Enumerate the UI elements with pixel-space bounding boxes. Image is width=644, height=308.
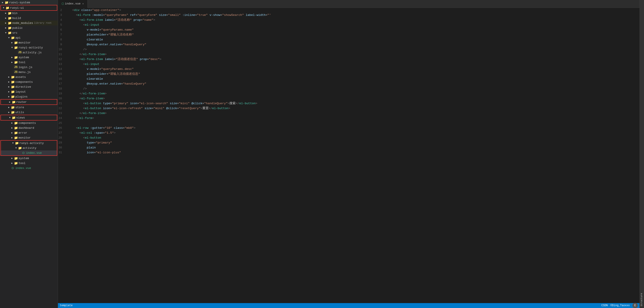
tree-item-error[interactable]: ▶ 📁 error bbox=[0, 130, 58, 135]
arrow-icon: ▶ bbox=[10, 126, 14, 129]
tree-label: activity.js bbox=[22, 51, 42, 54]
folder-icon: 📁 bbox=[11, 106, 15, 109]
arrow-icon: ▼ bbox=[11, 142, 15, 144]
folder-icon: 📁 bbox=[18, 146, 22, 150]
code-line: 29 type="primary" bbox=[58, 140, 640, 145]
arrow-icon: ▼ bbox=[7, 37, 11, 39]
code-line: 17 @keyup.enter.native="handleQuery" bbox=[58, 81, 640, 86]
arrow-icon: ▶ bbox=[8, 101, 12, 103]
folder-icon: 📁 bbox=[11, 85, 15, 89]
folder-icon: 📁 bbox=[14, 121, 18, 125]
arrow-icon: ▶ bbox=[10, 61, 14, 64]
tree-label: public bbox=[12, 26, 23, 30]
tab-label: index.vue bbox=[65, 2, 80, 5]
bottom-label: template bbox=[60, 304, 73, 307]
folder-icon: 📁 bbox=[8, 31, 12, 35]
folder-icon: 📁 bbox=[8, 21, 12, 25]
tree-label: ruoyi-ui bbox=[10, 6, 24, 10]
tree-item-menu-js[interactable]: ▶ JS menu.js bbox=[0, 70, 58, 75]
arrow-icon: ▶ bbox=[10, 157, 14, 160]
tree-item-index-vue[interactable]: ▶ ⬡ index.vue bbox=[1, 150, 57, 155]
tree-item-activity-js[interactable]: ▶ JS activity.js bbox=[0, 50, 58, 55]
tree-item-directive[interactable]: ▶ 📁 directive bbox=[0, 84, 58, 89]
tree-item-dashboard[interactable]: ▶ 📁 dashboard bbox=[0, 125, 58, 130]
tree-item-views[interactable]: ▼ 📁 views bbox=[1, 115, 57, 120]
tree-item-ruoyi-activity[interactable]: ▼ 📁 ruoyi-activity bbox=[0, 45, 58, 50]
tree-item-components[interactable]: ▶ 📁 components bbox=[0, 79, 58, 84]
tree-label: api bbox=[16, 36, 20, 40]
tree-item-system[interactable]: ▶ 📁 system bbox=[0, 55, 58, 60]
folder-icon: 📁 bbox=[11, 110, 15, 114]
tree-item-build[interactable]: ▶ 📁 build bbox=[0, 16, 58, 21]
folder-icon: 📁 bbox=[14, 61, 18, 64]
tree-item-components2[interactable]: ▶ 📁 components bbox=[0, 120, 58, 125]
avatar-icon: E bbox=[632, 303, 638, 308]
folder-icon: 📁 bbox=[14, 41, 18, 45]
tree-item-utils[interactable]: ▶ 📁 utils bbox=[0, 110, 58, 115]
tree-label: login.js bbox=[18, 66, 32, 69]
tree-item-src[interactable]: ▼ 📁 src bbox=[0, 30, 58, 35]
code-line: 5 <el-input bbox=[58, 23, 640, 28]
folder-icon: 📁 bbox=[11, 36, 15, 40]
tree-item-system2[interactable]: ▶ 📁 system bbox=[0, 156, 58, 161]
code-line: 25 bbox=[58, 121, 640, 126]
tree-item-store[interactable]: ▶ 📁 store bbox=[0, 105, 58, 110]
folder-icon: 📁 bbox=[12, 116, 16, 120]
code-line: 16 clearable bbox=[58, 77, 640, 81]
arrow-icon: ▶ bbox=[4, 12, 8, 15]
tree-item-ruoyi-activity2[interactable]: ▼ 📁 ruoyi-activity bbox=[1, 141, 57, 145]
tab-index-vue[interactable]: ⬡ index.vue ✕ bbox=[58, 0, 88, 8]
code-line: 23 </el-form-item> bbox=[58, 111, 640, 116]
tree-item-monitor[interactable]: ▶ 📁 monitor bbox=[0, 40, 58, 45]
tree-item-node-modules[interactable]: ▶ 📁 node_modules library root bbox=[0, 21, 58, 26]
tree-item-api[interactable]: ▼ 📁 api bbox=[0, 35, 58, 40]
tree-label: plugins bbox=[16, 95, 28, 98]
code-line: 6 v-model="queryParams.name" bbox=[58, 28, 640, 32]
tree-item-ruoyi-ui[interactable]: ▼ 📁 ruoyi-ui bbox=[1, 5, 57, 10]
tree-item-assets[interactable]: ▶ 📁 assets bbox=[0, 75, 58, 79]
tree-label: monitor bbox=[18, 41, 31, 44]
tree-item-monitor2[interactable]: ▶ 📁 monitor bbox=[0, 135, 58, 140]
arrow-icon: ▼ bbox=[8, 116, 12, 119]
code-line: 15 placeholder="请输入活动描述信息" bbox=[58, 72, 640, 77]
arrow-icon: ▶ bbox=[10, 131, 14, 134]
arrow-icon: ▶ bbox=[4, 17, 8, 20]
library-root-label: library root bbox=[34, 22, 52, 24]
tree-label: utils bbox=[16, 111, 24, 114]
tree-item-tool[interactable]: ▶ 📁 tool bbox=[0, 60, 58, 65]
status-bar: template CSDN ©Ding_Taoxxx E bbox=[58, 303, 640, 308]
code-line: 14 v-model="queryParams.desc" bbox=[58, 67, 640, 72]
tree-item-layout[interactable]: ▶ 📁 layout bbox=[0, 89, 58, 94]
tree-item-tool2[interactable]: ▶ 📁 tool bbox=[0, 161, 58, 166]
tree-item-router[interactable]: ▶ 📁 router bbox=[1, 100, 57, 104]
tree-item-plugins[interactable]: ▶ 📁 plugins bbox=[0, 94, 58, 99]
arrow-icon: ▼ bbox=[10, 46, 14, 49]
tree-item-activity2[interactable]: ▼ 📁 activity bbox=[1, 145, 57, 150]
file-tree-sidebar[interactable]: ▶ 📁 ruovi-system ▼ 📁 ruoyi-ui ▶ 📁 bin ▶ … bbox=[0, 0, 58, 308]
tree-label: directive bbox=[16, 85, 31, 89]
tree-label: tool bbox=[18, 61, 26, 64]
arrow-icon: ▶ bbox=[7, 111, 11, 114]
arrow-icon: ▼ bbox=[4, 32, 8, 34]
tree-label: ruovi-system bbox=[9, 1, 30, 4]
folder-icon: 📁 bbox=[11, 80, 15, 84]
tree-item-public[interactable]: ▶ 📁 public bbox=[0, 26, 58, 30]
folder-icon: 📁 bbox=[8, 16, 12, 20]
structure-sidebar[interactable]: Structure bbox=[640, 0, 644, 308]
folder-icon: 📁 bbox=[4, 1, 8, 5]
folder-icon: 📁 bbox=[14, 126, 18, 130]
folder-icon: 📁 bbox=[11, 95, 15, 99]
arrow-icon: ▶ bbox=[7, 106, 11, 109]
editor-content[interactable]: 2 <div class="app-container"> 3 <el-form… bbox=[58, 8, 640, 303]
arrow-icon: ▶ bbox=[7, 95, 11, 98]
tree-label: build bbox=[12, 17, 21, 20]
tree-item-index-vue2[interactable]: ▶ ⬡ index.vue bbox=[0, 166, 58, 171]
tree-item-ruovi-system[interactable]: ▶ 📁 ruovi-system bbox=[0, 0, 58, 5]
tab-close-button[interactable]: ✕ bbox=[82, 2, 84, 5]
folder-icon: 📁 bbox=[14, 46, 18, 50]
tree-label: ruoyi-activity bbox=[18, 46, 43, 49]
tree-item-login-js[interactable]: ▶ JS login.js bbox=[0, 65, 58, 70]
code-line: 19 </el-form-item> bbox=[58, 91, 640, 96]
tree-item-bin[interactable]: ▶ 📁 bin bbox=[0, 11, 58, 16]
code-line: 20 <el-form-item> bbox=[58, 96, 640, 101]
